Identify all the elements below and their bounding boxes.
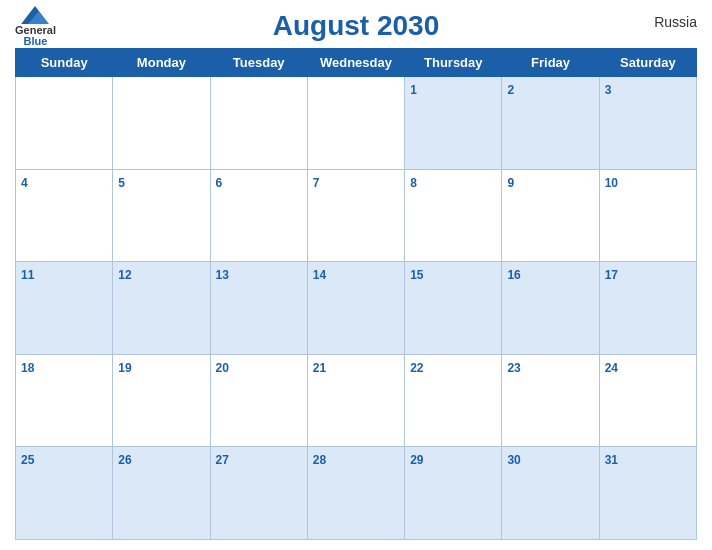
day-number: 24	[605, 361, 618, 375]
calendar-cell	[113, 77, 210, 170]
day-number: 14	[313, 268, 326, 282]
calendar-cell: 28	[307, 447, 404, 540]
week-row-4: 18192021222324	[16, 354, 697, 447]
page-title: August 2030	[273, 10, 440, 42]
weekday-header-row: SundayMondayTuesdayWednesdayThursdayFrid…	[16, 49, 697, 77]
calendar-cell: 27	[210, 447, 307, 540]
calendar-cell: 4	[16, 169, 113, 262]
calendar-cell: 6	[210, 169, 307, 262]
day-number: 15	[410, 268, 423, 282]
day-number: 17	[605, 268, 618, 282]
logo-blue-text: Blue	[24, 36, 48, 47]
day-number: 22	[410, 361, 423, 375]
day-number: 10	[605, 176, 618, 190]
calendar-cell	[210, 77, 307, 170]
calendar-cell: 2	[502, 77, 599, 170]
day-number: 25	[21, 453, 34, 467]
day-number: 12	[118, 268, 131, 282]
week-row-1: 123	[16, 77, 697, 170]
day-number: 19	[118, 361, 131, 375]
logo-icon	[21, 6, 49, 24]
calendar-cell: 5	[113, 169, 210, 262]
calendar-cell: 7	[307, 169, 404, 262]
logo-general-text: General	[15, 25, 56, 36]
weekday-header-friday: Friday	[502, 49, 599, 77]
calendar-table: SundayMondayTuesdayWednesdayThursdayFrid…	[15, 48, 697, 540]
day-number: 6	[216, 176, 223, 190]
calendar-cell: 21	[307, 354, 404, 447]
day-number: 23	[507, 361, 520, 375]
calendar-cell: 18	[16, 354, 113, 447]
day-number: 27	[216, 453, 229, 467]
day-number: 3	[605, 83, 612, 97]
calendar-cell: 10	[599, 169, 696, 262]
calendar-cell: 29	[405, 447, 502, 540]
day-number: 9	[507, 176, 514, 190]
calendar-cell: 13	[210, 262, 307, 355]
calendar-cell: 16	[502, 262, 599, 355]
calendar-cell	[16, 77, 113, 170]
calendar-cell	[307, 77, 404, 170]
weekday-header-tuesday: Tuesday	[210, 49, 307, 77]
day-number: 4	[21, 176, 28, 190]
day-number: 8	[410, 176, 417, 190]
day-number: 11	[21, 268, 34, 282]
weekday-header-monday: Monday	[113, 49, 210, 77]
week-row-5: 25262728293031	[16, 447, 697, 540]
calendar-cell: 24	[599, 354, 696, 447]
calendar-cell: 15	[405, 262, 502, 355]
calendar-cell: 14	[307, 262, 404, 355]
logo: General Blue	[15, 6, 56, 47]
day-number: 16	[507, 268, 520, 282]
day-number: 26	[118, 453, 131, 467]
week-row-3: 11121314151617	[16, 262, 697, 355]
day-number: 21	[313, 361, 326, 375]
calendar-cell: 31	[599, 447, 696, 540]
calendar-cell: 23	[502, 354, 599, 447]
calendar-cell: 25	[16, 447, 113, 540]
calendar-cell: 8	[405, 169, 502, 262]
day-number: 18	[21, 361, 34, 375]
calendar-cell: 12	[113, 262, 210, 355]
calendar-cell: 11	[16, 262, 113, 355]
day-number: 20	[216, 361, 229, 375]
calendar-cell: 17	[599, 262, 696, 355]
day-number: 30	[507, 453, 520, 467]
day-number: 13	[216, 268, 229, 282]
weekday-header-thursday: Thursday	[405, 49, 502, 77]
week-row-2: 45678910	[16, 169, 697, 262]
day-number: 7	[313, 176, 320, 190]
calendar-cell: 3	[599, 77, 696, 170]
weekday-header-wednesday: Wednesday	[307, 49, 404, 77]
weekday-header-saturday: Saturday	[599, 49, 696, 77]
calendar-header: General Blue August 2030 Russia	[15, 10, 697, 42]
day-number: 1	[410, 83, 417, 97]
calendar-cell: 20	[210, 354, 307, 447]
calendar-cell: 30	[502, 447, 599, 540]
calendar-cell: 1	[405, 77, 502, 170]
day-number: 2	[507, 83, 514, 97]
calendar-cell: 22	[405, 354, 502, 447]
day-number: 5	[118, 176, 125, 190]
country-label: Russia	[654, 14, 697, 30]
calendar-cell: 19	[113, 354, 210, 447]
weekday-header-sunday: Sunday	[16, 49, 113, 77]
day-number: 29	[410, 453, 423, 467]
day-number: 28	[313, 453, 326, 467]
day-number: 31	[605, 453, 618, 467]
calendar-cell: 26	[113, 447, 210, 540]
calendar-cell: 9	[502, 169, 599, 262]
